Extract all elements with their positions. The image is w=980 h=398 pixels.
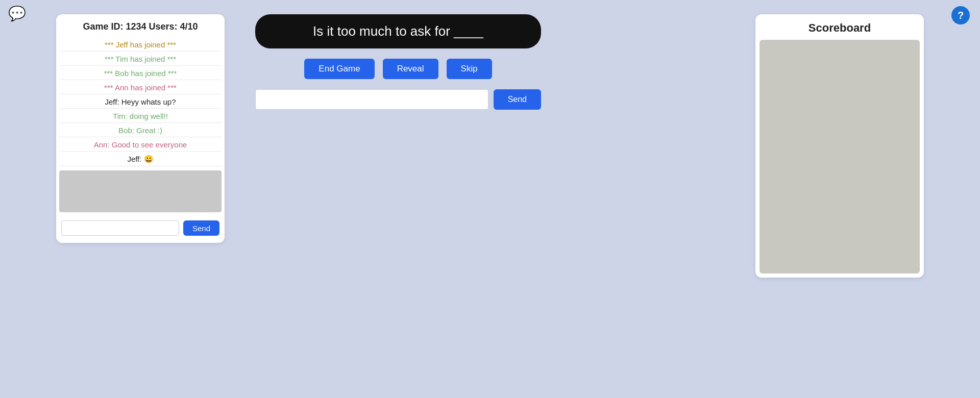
- game-info: Game ID: 1234 Users: 4/10: [56, 21, 225, 32]
- end-game-button[interactable]: End Game: [304, 59, 374, 79]
- chat-send-button[interactable]: Send: [183, 220, 219, 236]
- answer-send-button[interactable]: Send: [494, 89, 541, 110]
- scoreboard-panel: Scoreboard: [755, 14, 924, 278]
- chat-messages: *** Jeff has joined ****** Tim has joine…: [56, 38, 225, 166]
- chat-message: *** Ann has joined ***: [59, 81, 222, 94]
- scoreboard-title: Scoreboard: [755, 21, 924, 35]
- question-banner: Is it too much to ask for ____: [255, 14, 541, 48]
- chat-input[interactable]: [61, 220, 179, 236]
- answer-row: Send: [255, 89, 541, 110]
- chat-message: *** Tim has joined ***: [59, 53, 222, 66]
- chat-image-placeholder: [59, 170, 222, 212]
- chat-message: *** Jeff has joined ***: [59, 38, 222, 52]
- action-buttons: End Game Reveal Skip: [304, 59, 492, 79]
- skip-button[interactable]: Skip: [447, 59, 492, 79]
- answer-input[interactable]: [255, 89, 488, 110]
- reveal-button[interactable]: Reveal: [383, 59, 438, 79]
- chat-message: *** Bob has joined ***: [59, 67, 222, 80]
- chat-message: Jeff: 😀: [59, 153, 222, 166]
- chat-input-row: Send: [56, 216, 225, 236]
- chat-message: Tim: doing well!!: [59, 110, 222, 123]
- chat-message: Jeff: Heyy whats up?: [59, 95, 222, 109]
- chat-icon: 💬: [8, 5, 26, 22]
- scoreboard-content: [760, 40, 920, 273]
- chat-message: Ann: Good to see everyone: [59, 138, 222, 152]
- help-icon[interactable]: ?: [951, 6, 970, 24]
- chat-panel: Game ID: 1234 Users: 4/10 *** Jeff has j…: [56, 14, 225, 243]
- chat-message: Bob: Great :): [59, 124, 222, 137]
- center-panel: Is it too much to ask for ____ End Game …: [255, 14, 541, 110]
